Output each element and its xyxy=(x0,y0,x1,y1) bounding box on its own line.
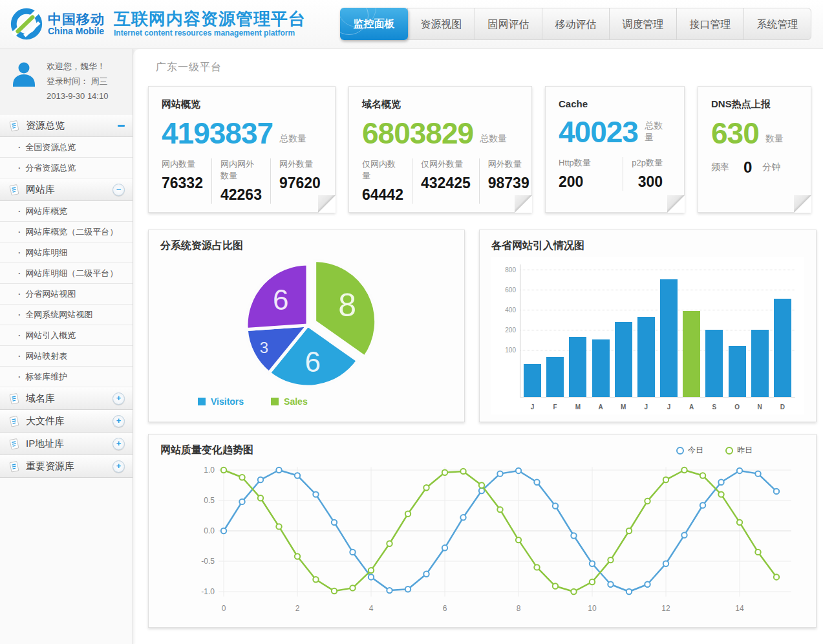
legend-label: Visitors xyxy=(211,396,244,407)
line-legend-item[interactable]: 今日 xyxy=(676,445,703,456)
sidebar-subitem[interactable]: 网站映射表 xyxy=(0,346,133,367)
stat-label: Http数量 xyxy=(559,157,591,169)
bar-chart: 100200400600800JFMAMJJASOND xyxy=(491,257,804,414)
svg-text:3: 3 xyxy=(260,339,268,356)
expand-icon[interactable]: + xyxy=(112,460,125,473)
tab-5[interactable]: 调度管理 xyxy=(609,8,677,40)
sidebar-item-label: 网站库 xyxy=(26,184,112,196)
x-tick-label: F xyxy=(546,403,564,411)
svg-text:-0.5: -0.5 xyxy=(201,557,215,566)
card-total-value: 40023 xyxy=(559,117,638,147)
card-title: DNS热点上报 xyxy=(711,98,798,111)
sidebar-item-4[interactable]: 大文件库+ xyxy=(0,410,133,433)
svg-text:-1.0: -1.0 xyxy=(201,587,215,596)
sidebar-subitem[interactable]: 网站库概览（二级平台） xyxy=(0,222,133,242)
sidebar-item-1[interactable]: 资源总览 xyxy=(0,114,133,137)
expand-icon[interactable]: + xyxy=(112,438,125,450)
tab-4[interactable]: 移动评估 xyxy=(542,8,610,40)
svg-text:8: 8 xyxy=(338,287,356,323)
stat-value: 42263 xyxy=(220,186,262,204)
app-header: 中国移动 China Mobile 互联网内容资源管理平台 Internet c… xyxy=(0,0,823,49)
pie-panel: 分系统资源占比图 8636 VisitorsSales xyxy=(148,230,465,422)
stat-label: 网外数量 xyxy=(279,158,321,170)
legend-label: 昨日 xyxy=(737,445,753,456)
sidebar-item-5[interactable]: IP地址库+ xyxy=(0,433,133,455)
stat-value: 64442 xyxy=(362,186,403,204)
pie-chart: 8636 xyxy=(160,253,453,400)
bar xyxy=(683,311,700,397)
avatar xyxy=(9,59,39,92)
card-total-row: 630数量 xyxy=(711,118,798,148)
welcome-text: 欢迎您，魏华！ xyxy=(47,59,108,74)
card-total-value: 4193837 xyxy=(162,118,273,148)
page-curl-decoration xyxy=(794,195,811,213)
card-total-row: 6803829总数量 xyxy=(362,118,518,148)
card-total-unit: 总数量 xyxy=(645,120,671,144)
sidebar-item-2[interactable]: 网站库− xyxy=(0,178,133,201)
y-tick-label: 600 xyxy=(491,286,516,294)
expand-icon[interactable]: + xyxy=(112,415,125,427)
tab-1[interactable]: 监控面板 xyxy=(340,8,408,40)
svg-text:8: 8 xyxy=(517,604,521,612)
stat-cards-row: 网站概览4193837总数量网内数量76332网内网外数量42263网外数量97… xyxy=(148,86,823,213)
collapse-icon[interactable] xyxy=(118,125,125,127)
sidebar-subitem[interactable]: 网站库概览 xyxy=(0,201,133,222)
svg-text:12: 12 xyxy=(661,604,670,612)
legend-swatch xyxy=(198,398,206,405)
card-stat: 仅网外数量432425 xyxy=(412,158,479,204)
main-nav: 监控面板资源视图固网评估移动评估调度管理接口管理系统管理 xyxy=(341,8,811,40)
stat-value: 432425 xyxy=(421,175,471,192)
card-stat: 网内网外数量42263 xyxy=(211,158,270,204)
tab-6[interactable]: 接口管理 xyxy=(676,8,744,40)
tab-2[interactable]: 资源视图 xyxy=(407,8,475,40)
tab-7[interactable]: 系统管理 xyxy=(743,8,811,40)
card-total-row: 40023总数量 xyxy=(559,117,671,147)
x-tick-label: S xyxy=(705,403,723,411)
sidebar-item-3[interactable]: 域名库+ xyxy=(0,387,133,410)
card-total-unit: 总数量 xyxy=(279,133,306,145)
line-legend-item[interactable]: 昨日 xyxy=(725,445,753,456)
sidebar-subitem[interactable]: 标签库维护 xyxy=(0,367,133,387)
x-tick-label: A xyxy=(683,403,700,411)
expand-icon[interactable]: + xyxy=(112,392,125,405)
card-stat: Http数量200 xyxy=(559,157,599,191)
sidebar: 欢迎您，魏华！ 登录时间： 周三 2013-9-30 14:10 资源总览全国资… xyxy=(0,49,133,644)
legend-label: Sales xyxy=(284,396,308,407)
sidebar-item-label: 重要资源库 xyxy=(26,460,112,473)
stat-label: p2p数量 xyxy=(632,157,663,169)
pie-legend-item[interactable]: Visitors xyxy=(198,396,244,407)
svg-text:14: 14 xyxy=(735,604,744,612)
document-icon xyxy=(8,184,21,197)
bar xyxy=(705,330,723,397)
sidebar-subitem[interactable]: 分省网站视图 xyxy=(0,284,133,305)
sidebar-subitem[interactable]: 全国资源总览 xyxy=(0,137,133,158)
main-content: 广东一级平台 网站概览4193837总数量网内数量76332网内网外数量4226… xyxy=(133,49,823,644)
stat-value: 200 xyxy=(559,173,591,191)
sidebar-item-6[interactable]: 重要资源库+ xyxy=(0,455,133,478)
sidebar-subitem[interactable]: 网站库明细 xyxy=(0,242,133,263)
collapse-icon[interactable]: − xyxy=(112,184,125,196)
y-axis-line xyxy=(520,264,520,398)
bar xyxy=(524,364,541,397)
stat-label: 仅网内数量 xyxy=(362,158,403,182)
x-tick-labels: JFMAMJJASOND xyxy=(524,403,791,411)
legend-ring-icon xyxy=(676,447,684,455)
document-icon xyxy=(8,438,21,451)
tab-3[interactable]: 固网评估 xyxy=(475,8,542,40)
sidebar-subitem[interactable]: 网站库明细（二级平台） xyxy=(0,263,133,284)
legend-ring-icon xyxy=(725,447,733,455)
y-tick-label: 200 xyxy=(491,327,516,334)
sidebar-subitem[interactable]: 全网系统网站视图 xyxy=(0,305,133,325)
sidebar-subitem[interactable]: 分省资源总览 xyxy=(0,158,133,178)
bar xyxy=(592,339,610,397)
sidebar-item-label: 资源总览 xyxy=(26,120,118,132)
y-tick-label: 800 xyxy=(491,266,516,274)
china-mobile-logo-icon xyxy=(9,6,44,41)
page-curl-decoration xyxy=(515,195,532,213)
y-tick-label: 400 xyxy=(491,306,516,314)
bar-title: 各省网站引入情况图 xyxy=(491,239,804,253)
sidebar-subitem[interactable]: 网站引入概览 xyxy=(0,325,133,346)
pie-legend-item[interactable]: Sales xyxy=(271,396,308,407)
stat-label: 网内网外数量 xyxy=(220,158,262,182)
page-title: 广东一级平台 xyxy=(156,61,823,74)
